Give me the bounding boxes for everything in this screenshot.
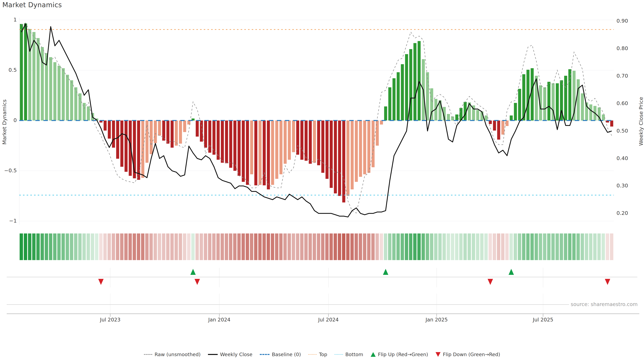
heatmap-cell [580, 233, 584, 260]
x-tick-label: Jul 2023 [92, 317, 129, 323]
flip-down-marker [194, 279, 200, 285]
heatmap-cell [547, 233, 550, 260]
heatmap-cell [526, 233, 530, 260]
dynamics-bar [258, 120, 262, 185]
heatmap-cell [359, 233, 362, 260]
heatmap-cell [204, 233, 207, 260]
heatmap-cell [472, 233, 475, 260]
left-tick-label: −1 [1, 218, 17, 224]
heatmap-cell [250, 233, 253, 260]
dynamics-bar [275, 120, 278, 179]
heatmap-cell [57, 233, 61, 260]
heatmap-cell [258, 233, 262, 260]
heatmap-cell [225, 233, 228, 260]
heatmap-cell [539, 233, 542, 260]
dynamics-bar [497, 120, 500, 140]
heatmap-cell [229, 233, 232, 260]
flip-down-marker [488, 279, 493, 285]
right-tick-label: 0.80 [616, 45, 638, 51]
source-credit: source: sharemaestro.com [569, 301, 639, 307]
heatmap-cell [430, 233, 433, 260]
dynamics-bar [485, 115, 488, 120]
heatmap-cell [401, 233, 404, 260]
heatmap-cell [275, 233, 278, 260]
dynamics-bar [120, 120, 124, 167]
heatmap-cell [296, 233, 299, 260]
heatmap-cell [108, 233, 111, 260]
legend-label: Weekly Close [220, 352, 252, 357]
heatmap-cell [325, 233, 328, 260]
legend-swatch-bottom [334, 354, 343, 355]
x-tick-label: Jan 2025 [418, 317, 455, 323]
heatmap-cell [179, 233, 182, 260]
heatmap-cell [488, 233, 492, 260]
dynamics-bar [309, 120, 312, 164]
dynamics-bar [493, 120, 496, 131]
legend-item-raw: Raw (unsmoothed) [144, 352, 200, 357]
heatmap-cell [191, 233, 195, 260]
legend-swatch-flip_down [436, 352, 440, 357]
heatmap-cell [342, 233, 345, 260]
dynamics-bar [66, 75, 69, 120]
heatmap-cell [376, 233, 379, 260]
heatmap-cell [422, 233, 425, 260]
dynamics-bar [577, 79, 580, 120]
dynamics-bar [535, 76, 538, 120]
dynamics-bar [368, 120, 370, 173]
x-tick-label: Jul 2025 [524, 317, 562, 323]
heatmap-cell [233, 233, 236, 260]
heatmap-cell [158, 233, 161, 260]
heatmap-cell [128, 233, 132, 260]
heatmap-cell [426, 233, 429, 260]
dynamics-bar [284, 120, 286, 164]
heatmap-cell [95, 233, 98, 260]
dynamics-bar [426, 72, 429, 120]
heatmap-cell [279, 233, 282, 260]
heatmap-cell [535, 233, 538, 260]
right-tick-label: 0.90 [616, 18, 638, 24]
dynamics-bar [380, 120, 383, 124]
dynamics-bar [150, 120, 152, 154]
heatmap-cell [510, 233, 513, 260]
heatmap-cell [560, 233, 563, 260]
left-tick-label: 0.5 [1, 67, 17, 73]
heatmap-cell [116, 233, 119, 260]
legend-label: Bottom [345, 352, 363, 357]
heatmap-cell [564, 233, 567, 260]
heatmap-cell [20, 233, 23, 260]
heatmap-cell [451, 233, 454, 260]
dynamics-bar [401, 64, 404, 120]
legend-label: Flip Down (Green→Red) [443, 352, 500, 357]
dynamics-bar [296, 120, 299, 155]
heatmap-cell [409, 233, 412, 260]
heatmap-cell [334, 233, 337, 260]
right-tick-label: 0.40 [616, 155, 638, 161]
legend-item-flip_down: Flip Down (Green→Red) [436, 352, 500, 357]
heatmap-cell [313, 233, 316, 260]
heatmap-cell [418, 233, 421, 260]
dynamics-bar [384, 106, 387, 120]
dynamics-bar [455, 114, 458, 120]
heatmap-cell [576, 233, 580, 260]
dynamics-bar [242, 120, 245, 182]
heatmap-cell [24, 233, 27, 260]
dynamics-bar [204, 120, 207, 148]
dynamics-bar [87, 106, 90, 120]
heatmap-cell [62, 233, 65, 260]
heatmap-cell [464, 233, 467, 260]
heatmap-cell [484, 233, 488, 260]
heatmap-cell [514, 233, 517, 260]
heatmap-cell [321, 233, 324, 260]
heatmap-cell [598, 233, 601, 260]
dynamics-bar [166, 120, 170, 144]
dynamics-bar [24, 23, 27, 120]
heatmap-cell [32, 233, 36, 260]
heatmap-cell [556, 233, 559, 260]
heatmap-cell [468, 233, 471, 260]
heatmap-cell [242, 233, 245, 260]
dynamics-bar [229, 120, 232, 168]
heatmap-cell [367, 233, 370, 260]
dynamics-bar [526, 70, 530, 120]
heatmap-cell [308, 233, 312, 260]
heatmap-cell [396, 233, 400, 260]
